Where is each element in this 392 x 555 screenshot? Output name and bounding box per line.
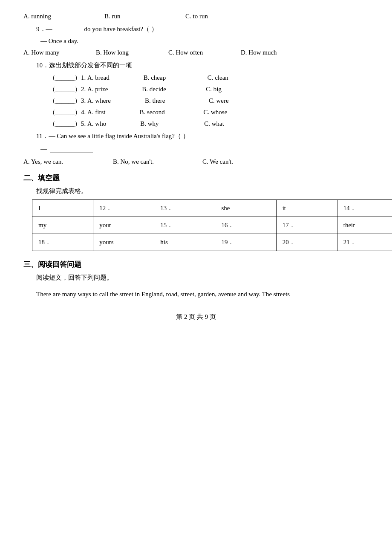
q10-sub5-blank: （______）5. A. who <box>49 120 106 128</box>
q10-sub5-c: C. what <box>204 120 289 127</box>
q10-sub2-blank: （______）2. A. prize <box>49 85 108 93</box>
option-c-torun: C. to run <box>185 13 262 20</box>
table-cell: I <box>32 200 93 217</box>
q9-option-c: C. How often <box>168 49 236 56</box>
q10-sub4-c: C. whose <box>204 109 289 116</box>
q10-sub3: （______）3. A. where B. there C. were <box>36 97 369 105</box>
q10-sub1-c: C. clean <box>208 74 293 81</box>
table-cell: 16． <box>215 217 276 234</box>
table-cell: 15． <box>154 217 215 234</box>
q10-sub2-c: C. big <box>206 86 291 93</box>
page-footer: 第 2 页 共 9 页 <box>23 313 369 321</box>
q11-answer-area: — <box>40 145 369 153</box>
table-cell: their <box>337 217 392 234</box>
q10-sub3-b: B. there <box>111 97 209 104</box>
q11-dash: — <box>40 145 47 152</box>
table-cell: your <box>93 217 154 234</box>
q9-option-b: B. How long <box>96 49 164 56</box>
q10-sub2-b: B. decide <box>108 86 206 93</box>
q9-option-a: A. How many <box>23 49 92 56</box>
q10-label: 10．选出划线部分发音不同的一项 <box>36 61 369 69</box>
prev-question-options: A. running B. run C. to run <box>23 13 369 20</box>
table-cell: 18． <box>32 234 93 251</box>
option-a-running: A. running <box>23 13 100 20</box>
table-cell: yours <box>93 234 154 251</box>
q10-sub4: （______）4. A. first B. second C. whose <box>36 108 369 116</box>
q10-sub3-blank: （______）3. A. where <box>49 97 111 105</box>
q10-sub4-blank: （______）4. A. first <box>49 108 106 116</box>
q10-sub1: （______）1. A. bread B. cheap C. clean <box>36 74 369 82</box>
q10-sub4-b: B. second <box>106 109 204 116</box>
q10-sub1-b: B. cheap <box>110 74 208 81</box>
table-cell: 20． <box>276 234 337 251</box>
question-9: 9．— do you have breakfast?（ ） — Once a d… <box>23 25 369 45</box>
table-cell: 19． <box>215 234 276 251</box>
section2-title: 二、填空题 <box>23 173 369 183</box>
q11-answer-blank <box>50 145 93 153</box>
q11-option-a: A. Yes, we can. <box>23 158 109 165</box>
q10-sub1-blank: （______）1. A. bread <box>49 74 110 82</box>
q10-sub2: （______）2. A. prize B. decide C. big <box>36 85 369 93</box>
table-cell: his <box>154 234 215 251</box>
question-11: 11．— Can we see a little flag inside Aus… <box>23 132 369 153</box>
table-cell: 14． <box>337 200 392 217</box>
table-cell: it <box>276 200 337 217</box>
table-row: 18． yours his 19． 20． 21． <box>32 234 392 251</box>
q11-option-b: B. No, we can't. <box>113 158 198 165</box>
q9-answer: — Once a day. <box>40 38 369 45</box>
section3-title: 三、阅读回答问题 <box>23 260 369 269</box>
option-b-run: B. run <box>104 13 181 20</box>
q9-label: 9．— <box>36 26 52 32</box>
q11-option-c: C. We can't. <box>202 158 288 165</box>
table-cell: my <box>32 217 93 234</box>
section3-text: There are many ways to call the street i… <box>23 289 369 300</box>
q9-question: do you have breakfast?（ ） <box>84 26 158 32</box>
table-cell: 17． <box>276 217 337 234</box>
q11-label: 11．— Can we see a little flag inside Aus… <box>36 132 369 140</box>
table-cell: she <box>215 200 276 217</box>
fill-table: I 12． 13． she it 14． my your 15． 16． 17．… <box>32 199 392 251</box>
question-10: 10．选出划线部分发音不同的一项 （______）1. A. bread B. … <box>23 61 369 128</box>
section3-instruction: 阅读短文，回答下列问题。 <box>23 274 369 282</box>
q9-option-d: D. How much <box>241 49 309 56</box>
q10-sub3-c: C. were <box>209 97 294 104</box>
q10-sub5: （______）5. A. who B. why C. what <box>36 120 369 128</box>
q9-answer-label: — Once a day. <box>40 38 78 44</box>
table-row: my your 15． 16． 17． their <box>32 217 392 234</box>
q11-options: A. Yes, we can. B. No, we can't. C. We c… <box>23 158 369 165</box>
table-cell: 12． <box>93 200 154 217</box>
q9-options: A. How many B. How long C. How often D. … <box>23 49 369 56</box>
table-cell: 21． <box>337 234 392 251</box>
table-row: I 12． 13． she it 14． <box>32 200 392 217</box>
table-cell: 13． <box>154 200 215 217</box>
section2-instruction: 找规律完成表格。 <box>23 187 369 195</box>
q9-line: 9．— do you have breakfast?（ ） <box>36 25 369 33</box>
q10-sub5-b: B. why <box>106 120 204 127</box>
